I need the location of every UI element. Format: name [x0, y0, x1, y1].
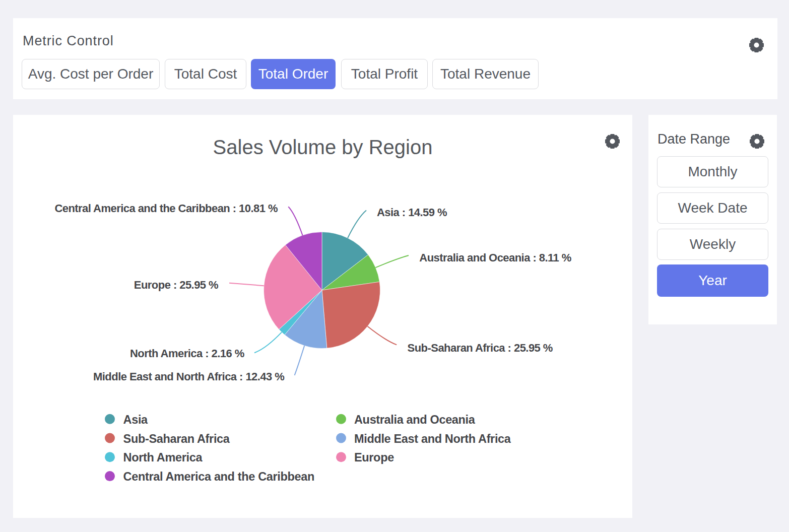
svg-text:Europe : 25.95 %: Europe : 25.95 % [134, 279, 218, 291]
svg-text:Sub-Saharan Africa : 25.95 %: Sub-Saharan Africa : 25.95 % [408, 342, 553, 354]
svg-text:Middle East and North Africa :: Middle East and North Africa : 12.43 % [93, 370, 284, 383]
svg-text:Central America and the Caribb: Central America and the Caribbean : 10.8… [54, 202, 278, 215]
svg-text:North America : 2.16 %: North America : 2.16 % [130, 347, 244, 360]
svg-text:Central America and the Caribb: Central America and the Caribbean [123, 470, 314, 483]
svg-text:Asia: Asia [123, 413, 149, 426]
svg-text:Middle East and North Africa: Middle East and North Africa [354, 432, 511, 445]
svg-text:Europe: Europe [354, 451, 394, 464]
svg-text:Australia and Oceania : 8.11 %: Australia and Oceania : 8.11 % [419, 251, 571, 264]
svg-text:Asia : 14.59 %: Asia : 14.59 % [377, 206, 447, 219]
svg-text:Sub-Saharan Africa: Sub-Saharan Africa [123, 432, 230, 445]
svg-text:North America: North America [123, 451, 203, 464]
svg-text:Australia and Oceania: Australia and Oceania [354, 413, 476, 426]
